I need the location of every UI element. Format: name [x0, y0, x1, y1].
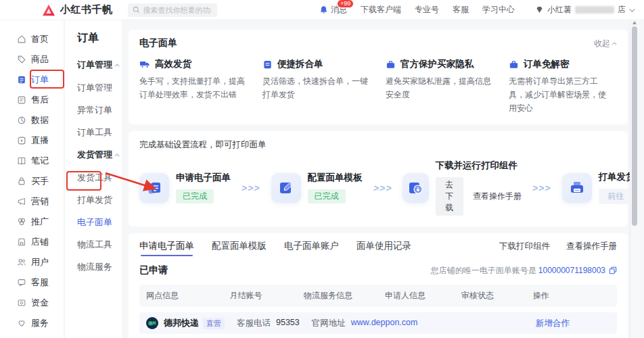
sidebar-label: 服务: [31, 317, 49, 329]
phone-label: 客服电话: [237, 318, 271, 329]
sidebar-label: 首页: [31, 33, 49, 45]
shop-name-suffix: 店: [618, 4, 626, 16]
feature-desc: 无需将订单导出第三方工具，减少订单解密场景，使用安心: [509, 75, 617, 115]
messages-count-badge: +99: [337, 0, 354, 8]
feature-title: 官方保护买家隐私: [400, 58, 474, 70]
tab-usage-records[interactable]: 面单使用记录: [356, 233, 411, 259]
sidebar-item-shop[interactable]: 店铺: [0, 232, 64, 252]
submenu-item-shipping-tools[interactable]: 发货工具: [77, 172, 122, 184]
download-print-component-link[interactable]: 下载打印组件: [499, 241, 550, 252]
chevron-down-icon: [629, 6, 635, 11]
sidebar-item-orders[interactable]: 订单: [0, 70, 64, 90]
sidebar-label: 售后: [31, 94, 49, 106]
money-icon: [17, 298, 26, 308]
orders-submenu: 订单 订单管理 订单管理 异常订单 订单工具 发货管理 发货工具 打单发货 电子…: [65, 20, 122, 338]
site-label: 官网地址: [312, 318, 346, 329]
learning-center-link[interactable]: 学习中心: [482, 4, 515, 16]
tab-ewaybill-account[interactable]: 电子面单账户: [284, 233, 339, 259]
sidebar-item-goods[interactable]: 商品: [0, 49, 64, 70]
orders-icon: [17, 75, 26, 84]
sidebar-item-services[interactable]: 服务: [0, 313, 64, 333]
flow-arrow-icon: >>>: [532, 183, 552, 193]
carrier-name: 德邦快递: [164, 317, 199, 329]
submenu-item-print-ship[interactable]: 打单发货: [77, 194, 122, 206]
submenu-item-order-management[interactable]: 订单管理: [77, 82, 122, 94]
submenu-item-abnormal-orders[interactable]: 异常订单: [77, 104, 122, 116]
collapse-label: 收起: [594, 38, 610, 49]
sidebar-item-data[interactable]: 数据: [0, 110, 64, 130]
feature-no-decrypt: 订单免解密 无需将订单导出第三方工具，减少订单解密场景，使用安心: [509, 58, 617, 115]
add-cooperation-link[interactable]: 新增合作: [536, 318, 570, 329]
status-badge: 已完成: [308, 189, 346, 203]
sidebar-item-aftersale[interactable]: 售后: [0, 90, 64, 110]
col-header: 网点信息: [139, 285, 223, 307]
sidebar-item-home[interactable]: 首页: [0, 29, 64, 49]
tab-configure-template[interactable]: 配置面单模版: [212, 233, 267, 259]
sidebar-item-users[interactable]: 用户: [0, 252, 64, 272]
feature-desc: 避免买家隐私泄露，提高信息安全度: [386, 75, 499, 102]
collapse-toggle[interactable]: 收起: [594, 38, 617, 49]
ewaybill-table: 网点信息 月结账号 物流服务信息 申请人信息 审核状态 操作 德邦 德邦快递 直…: [139, 285, 617, 338]
group-order-management[interactable]: 订单管理: [77, 59, 122, 71]
flow-arrow-icon: >>>: [241, 183, 261, 193]
sidebar-item-promotion[interactable]: 推广: [0, 212, 64, 232]
direct-badge: 直营: [203, 318, 225, 329]
step-print-ship: 打单发货 前往: [562, 171, 635, 204]
tab-apply-ewaybill[interactable]: 申请电子面单: [139, 233, 194, 259]
carrier-site-link[interactable]: www.deppon.com: [351, 318, 418, 329]
search-input[interactable]: [143, 6, 211, 14]
edit-template-icon: [271, 173, 301, 203]
sidebar-item-service[interactable]: 客服: [0, 272, 64, 293]
sidebar-item-live[interactable]: 直播: [0, 130, 64, 151]
megaphone-icon: [17, 197, 26, 206]
chevron-up-icon: [115, 64, 120, 68]
group-shipping-management[interactable]: 发货管理: [77, 149, 122, 161]
account-number: 100000071198003: [538, 266, 605, 275]
sidebar-item-buyer[interactable]: 买手: [0, 171, 64, 191]
sidebar-label: 买手: [31, 175, 49, 187]
table-row-detail: - 保价 管理物流服务 山东省威海市环翠区火 已开通 取消合作: [139, 334, 617, 338]
view-manual-link[interactable]: 查看操作手册: [473, 191, 522, 202]
copy-icon[interactable]: [609, 266, 617, 274]
col-header: 操作: [526, 285, 617, 307]
messages-menu[interactable]: 消息 +99: [319, 4, 347, 16]
sidebar-label: 订单: [31, 74, 49, 86]
chevron-up-icon: [115, 153, 120, 158]
go-button[interactable]: 前往: [599, 189, 634, 204]
chart-icon: [17, 116, 26, 125]
sidebar-label: 客服: [31, 276, 49, 289]
scrollbar-up-arrow[interactable]: [632, 21, 637, 24]
lock-icon: [17, 176, 26, 186]
submenu-item-logistics-tools[interactable]: 物流工具: [77, 239, 122, 251]
status-badge: 已完成: [176, 189, 214, 203]
pro-account-link[interactable]: 专业号: [415, 4, 439, 16]
table-row-deppon: 德邦 德邦快递 直营 客服电话95353 官网地址www.deppon.com …: [139, 312, 617, 334]
sidebar-label: 店铺: [31, 236, 49, 248]
setup-flow-panel: 完成基础设置流程，即可打印面单 申请电子面单 已完成 >>> 配置面单模板 已完…: [129, 131, 628, 226]
shop-switcher[interactable]: 小红薯 店: [535, 4, 633, 16]
sidebar-label: 商品: [31, 53, 49, 66]
support-link[interactable]: 客服: [453, 4, 469, 16]
download-button[interactable]: 去下载: [436, 177, 464, 216]
sidebar-label: 笔记: [31, 155, 49, 167]
col-header: 申请人信息: [378, 285, 455, 307]
view-manual-link[interactable]: 查看操作手册: [566, 241, 617, 252]
app-title: 小红书千帆: [60, 3, 113, 16]
scrollbar-thumb[interactable]: [632, 26, 637, 226]
heart-icon: [17, 318, 26, 328]
submenu-item-order-tools[interactable]: 订单工具: [77, 126, 122, 139]
submenu-item-ewaybill[interactable]: 电子面单: [77, 216, 122, 228]
feature-title: 便捷拆合单: [277, 58, 323, 70]
download-client-link[interactable]: 下载客户端: [361, 4, 401, 16]
sidebar-label: 资金: [31, 297, 49, 309]
sidebar-item-notes[interactable]: 笔记: [0, 151, 64, 171]
sidebar-item-marketing[interactable]: 营销: [0, 191, 64, 212]
step-title: 下载并运行打印组件: [436, 160, 522, 172]
submenu-item-logistics-services[interactable]: 物流服务: [77, 261, 122, 273]
table-header-row: 网点信息 月结账号 物流服务信息 申请人信息 审核状态 操作: [139, 285, 617, 307]
scrollbar[interactable]: [630, 20, 639, 338]
global-search[interactable]: [128, 3, 217, 17]
app-logo[interactable]: 小红书千帆: [42, 3, 113, 16]
sidebar-item-funds[interactable]: 资金: [0, 293, 64, 313]
flow-arrow-icon: >>>: [372, 183, 392, 193]
